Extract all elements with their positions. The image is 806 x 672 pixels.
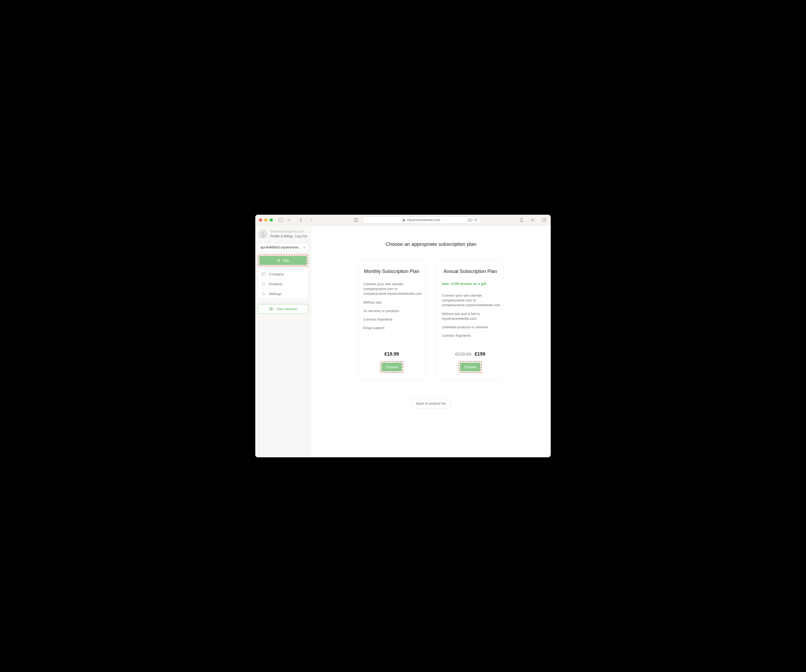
plan-monthly: Monthly Subscription Plan Connect your o… bbox=[358, 260, 426, 380]
svg-point-17 bbox=[271, 308, 272, 310]
plan-price: €19.99 bbox=[363, 351, 420, 357]
gear-icon bbox=[261, 292, 266, 296]
euro-icon bbox=[277, 259, 280, 262]
lock-icon bbox=[403, 218, 405, 222]
sidebar: flowers@anazana.com Profile & Billing Lo… bbox=[255, 225, 311, 457]
svg-point-12 bbox=[262, 232, 264, 234]
avatar bbox=[258, 230, 268, 239]
svg-rect-0 bbox=[279, 218, 283, 222]
site-selector[interactable]: api-404fb5e3.myservicewebsite… bbox=[258, 243, 308, 252]
svg-rect-11 bbox=[542, 219, 545, 222]
svg-rect-13 bbox=[262, 272, 265, 275]
profile-billing-link[interactable]: Profile & Billing bbox=[270, 234, 292, 238]
tabs-overview-icon[interactable] bbox=[541, 217, 547, 223]
eye-icon bbox=[269, 307, 274, 310]
address-bar[interactable]: myservicewebsite.com aあ bbox=[363, 217, 480, 224]
price-value: €199 bbox=[475, 351, 485, 357]
plan-feature: Without ads and a link to myservicewebsi… bbox=[442, 311, 499, 321]
plan-feature: Unlimited products or services bbox=[442, 325, 499, 329]
chevron-down-icon bbox=[303, 246, 306, 249]
url-text: myservicewebsite.com bbox=[407, 218, 440, 222]
plan-title: Annual Subscription Plan bbox=[442, 269, 499, 274]
price-old: €239.88 bbox=[455, 352, 471, 357]
nav-item-products[interactable]: Products bbox=[258, 279, 308, 289]
plan-features: Connect your own domain companyname.com … bbox=[363, 282, 420, 330]
titlebar: myservicewebsite.com aあ bbox=[255, 215, 551, 225]
share-icon[interactable] bbox=[518, 217, 525, 223]
nav-label: Company bbox=[269, 272, 284, 276]
plan-feature: Connect your own domain companyname.com … bbox=[442, 293, 499, 308]
close-window-button[interactable] bbox=[259, 218, 262, 222]
browser-window: myservicewebsite.com aあ bbox=[255, 215, 551, 457]
chat-icon bbox=[261, 272, 266, 276]
page-content: flowers@anazana.com Profile & Billing Lo… bbox=[255, 225, 551, 457]
shield-icon[interactable] bbox=[353, 217, 359, 223]
plan-title: Monthly Subscription Plan bbox=[363, 269, 420, 274]
svg-rect-3 bbox=[403, 220, 405, 221]
plan-feature: 10 services or products bbox=[363, 309, 420, 313]
plan-price: €239.88 €199 bbox=[442, 351, 499, 357]
choose-annual-button[interactable]: Choose bbox=[460, 362, 481, 371]
nav-label: Products bbox=[269, 282, 282, 286]
main: Choose an appropriate subscription plan … bbox=[311, 225, 551, 457]
forward-button[interactable] bbox=[308, 217, 314, 223]
plan-features: Connect your own domain companyname.com … bbox=[442, 293, 499, 338]
plan-feature: Email support bbox=[363, 326, 420, 330]
maximize-window-button[interactable] bbox=[270, 218, 273, 222]
plan-feature: Without ads bbox=[363, 300, 420, 305]
plan-feature: Connect Payments bbox=[363, 317, 420, 322]
user-email: flowers@anazana.com bbox=[270, 230, 307, 233]
bag-icon bbox=[261, 282, 266, 286]
svg-text:a: a bbox=[468, 219, 469, 221]
window-controls bbox=[259, 218, 273, 222]
new-tab-icon[interactable] bbox=[529, 217, 536, 223]
logout-link[interactable]: Log Out bbox=[295, 234, 307, 238]
plans-row: Monthly Subscription Plan Connect your o… bbox=[358, 260, 504, 380]
plan-gift: New .COM domain as a gift bbox=[442, 282, 499, 286]
view-website-label: View Website bbox=[276, 307, 297, 311]
reload-icon[interactable] bbox=[474, 218, 477, 222]
minimize-window-button[interactable] bbox=[264, 218, 268, 222]
nav-item-company[interactable]: Company bbox=[258, 269, 308, 279]
choose-button-highlight: Choose bbox=[380, 361, 403, 373]
nav-label: Settings bbox=[269, 292, 281, 296]
svg-point-16 bbox=[263, 293, 264, 294]
choose-button-highlight: Choose bbox=[459, 361, 482, 373]
chevron-down-icon[interactable] bbox=[286, 217, 292, 223]
nav-item-settings[interactable]: Settings bbox=[258, 289, 308, 298]
pay-label: Pay bbox=[283, 259, 289, 263]
choose-monthly-button[interactable]: Choose bbox=[382, 362, 402, 371]
svg-text:あ: あ bbox=[470, 219, 472, 221]
plan-annual: Annual Subscription Plan New .COM domain… bbox=[436, 260, 504, 380]
nav-list: Company Products Settings bbox=[258, 269, 308, 299]
sidebar-toggle-icon[interactable] bbox=[277, 217, 284, 223]
translate-icon[interactable]: aあ bbox=[467, 218, 472, 222]
user-block: flowers@anazana.com Profile & Billing Lo… bbox=[258, 229, 308, 240]
pay-button-highlight: Pay bbox=[258, 255, 308, 266]
pay-button[interactable]: Pay bbox=[259, 256, 307, 265]
back-button[interactable] bbox=[298, 217, 304, 223]
plan-feature: Connect your own domain companyname.com … bbox=[363, 282, 420, 296]
price-value: €19.99 bbox=[384, 351, 399, 357]
plan-feature: Connect Payments bbox=[442, 333, 499, 338]
page-title: Choose an appropriate subscription plan bbox=[385, 241, 476, 247]
view-website-button[interactable]: View Website bbox=[258, 304, 308, 314]
site-selector-value: api-404fb5e3.myservicewebsite… bbox=[260, 245, 302, 249]
back-to-products-button[interactable]: Back to product list bbox=[411, 399, 451, 408]
